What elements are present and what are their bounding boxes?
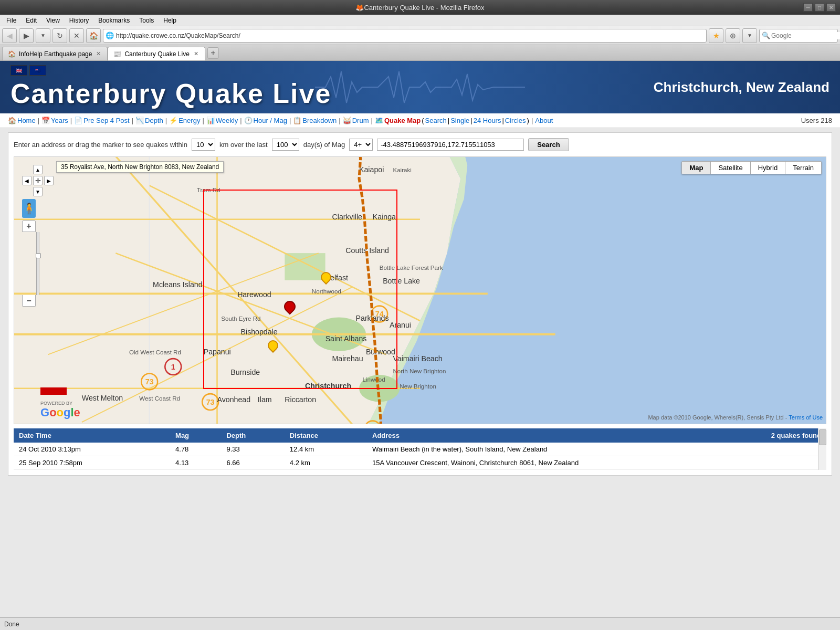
tab-infohelp[interactable]: 🏠 InfoHelp Earthquake page ✕	[2, 47, 108, 60]
svg-text:Ilam: Ilam	[258, 395, 272, 404]
pan-right-btn[interactable]: ▶	[44, 176, 54, 185]
menu-help[interactable]: Help	[159, 16, 181, 25]
nav-quakemap[interactable]: Quake Map	[384, 117, 421, 124]
svg-text:West Coast Rd: West Coast Rd	[139, 395, 180, 402]
results-count: 2 quakes found	[771, 432, 821, 439]
table-row[interactable]: 24 Oct 2010 3:13pm 4.78 9.33 12.4 km Wai…	[14, 443, 826, 456]
zoom-thumb[interactable]	[36, 253, 41, 258]
mag-dropdown[interactable]: 4+3+5+	[349, 139, 373, 151]
menu-edit[interactable]: Edit	[22, 16, 41, 25]
close-btn[interactable]: ✕	[826, 3, 836, 12]
maximize-btn[interactable]: □	[815, 3, 824, 12]
dropdown-button[interactable]: ▼	[36, 28, 50, 43]
browser-search-input[interactable]	[771, 32, 840, 39]
new-tab-button[interactable]: +	[207, 47, 219, 59]
nav-drum[interactable]: Drum	[352, 117, 369, 124]
tab-cql-close[interactable]: ✕	[193, 50, 200, 57]
seismograph-decoration	[315, 61, 525, 113]
map-container[interactable]: Map Satellite Hybrid Terrain	[14, 156, 826, 424]
svg-text:Tram Rd: Tram Rd	[197, 187, 220, 193]
home-button[interactable]: 🏠	[86, 28, 101, 43]
svg-text:1: 1	[171, 363, 175, 371]
svg-text:Aranui: Aranui	[390, 321, 411, 329]
search-controls: Enter an address or drag the marker to s…	[14, 138, 826, 151]
nav-presep[interactable]: Pre Sep 4 Post	[83, 117, 129, 124]
menu-history[interactable]: History	[65, 16, 93, 25]
km-unit-text: km over the last	[219, 141, 268, 149]
nav-about[interactable]: About	[535, 117, 553, 124]
tab-cql-label: Canterbury Quake Live	[124, 50, 189, 58]
users-count-display: Users 218	[801, 117, 832, 124]
pan-up-btn[interactable]: ▲	[33, 165, 43, 174]
minimize-btn[interactable]: ─	[803, 3, 813, 12]
status-bar: Done	[0, 617, 840, 630]
terms-of-use-link[interactable]: Terms of Use	[789, 414, 823, 421]
nav-presep-icon: 📄	[74, 117, 82, 124]
tabs-bar: 🏠 InfoHelp Earthquake page ✕ 📰 Canterbur…	[0, 45, 840, 61]
svg-text:Old West Coast Rd: Old West Coast Rd	[129, 349, 181, 355]
map-controls: ▲ ◀ ✛ ▶ ▼ 🧍 + −	[22, 165, 54, 307]
nav-24hours[interactable]: 24 Hours	[474, 117, 501, 124]
tab-infohelp-close[interactable]: ✕	[95, 50, 102, 57]
dropdown2-button[interactable]: ▼	[742, 28, 757, 43]
tab-cql[interactable]: 📰 Canterbury Quake Live ✕	[108, 47, 205, 60]
map-data-text: Map data ©2010 Google, Whereis(R), Sensi…	[648, 414, 783, 421]
col-datetime: Date Time	[14, 428, 170, 443]
nav-drum-icon: 🥁	[343, 117, 351, 124]
titlebar: 🦊 Canterbury Quake Live - Mozilla Firefo…	[0, 0, 840, 15]
map-btn-terrain[interactable]: Terrain	[785, 162, 821, 174]
menu-view[interactable]: View	[42, 16, 64, 25]
search-button[interactable]: Search	[528, 138, 569, 151]
km-dropdown[interactable]: 102050	[192, 139, 215, 151]
coord-input[interactable]	[377, 139, 524, 151]
nav-breakdown-icon: 📋	[293, 117, 301, 124]
nav-energy[interactable]: Energy	[178, 117, 200, 124]
main-area: Enter an address or drag the marker to s…	[8, 132, 832, 476]
row2-datetime: 25 Sep 2010 7:58pm	[14, 456, 170, 470]
svg-text:Bishopdale: Bishopdale	[241, 328, 278, 336]
map-pin-yellow-1[interactable]	[321, 272, 333, 291]
bookmark-star-button[interactable]: ★	[709, 28, 723, 43]
scrollbar-thumb[interactable]	[819, 429, 826, 445]
firefox-icon: 🦊	[355, 4, 364, 12]
nav-weekly[interactable]: Weekly	[216, 117, 238, 124]
nav-circles[interactable]: Circles	[505, 117, 526, 124]
browser-title: Canterbury Quake Live - Mozilla Firefox	[364, 4, 484, 12]
menu-file[interactable]: File	[2, 16, 20, 25]
zoom-slider[interactable]	[36, 232, 39, 295]
pan-left-btn[interactable]: ◀	[22, 176, 32, 185]
nav-years[interactable]: Years	[51, 117, 68, 124]
svg-text:Clarkville: Clarkville	[332, 213, 363, 221]
tab-infohelp-icon: 🏠	[8, 50, 16, 58]
reload-button[interactable]: ↻	[52, 28, 67, 43]
row1-address: Waimairi Beach (in the water), South Isl…	[367, 443, 826, 456]
address-input[interactable]	[116, 32, 704, 39]
zoom-in-btn[interactable]: +	[22, 220, 36, 232]
forward-button[interactable]: ▶	[19, 28, 34, 43]
stop-button[interactable]: ✕	[69, 28, 84, 43]
nav-hourmag[interactable]: Hour / Mag	[254, 117, 287, 124]
map-btn-map[interactable]: Map	[682, 162, 711, 174]
table-row[interactable]: 25 Sep 2010 7:58pm 4.13 6.66 4.2 km 15A …	[14, 456, 826, 470]
map-btn-satellite[interactable]: Satellite	[711, 162, 750, 174]
menu-tools[interactable]: Tools	[135, 16, 158, 25]
pan-down-btn[interactable]: ▼	[33, 187, 43, 196]
street-view-btn[interactable]: 🧍	[22, 199, 36, 218]
svg-text:Christchurch: Christchurch	[305, 382, 351, 390]
nav-home[interactable]: Home	[17, 117, 36, 124]
nav-breakdown[interactable]: Breakdown	[302, 117, 337, 124]
nav-search[interactable]: Search	[425, 117, 447, 124]
table-scrollbar[interactable]	[818, 428, 826, 470]
map-pin-yellow-2[interactable]	[268, 340, 280, 359]
back-button[interactable]: ◀	[2, 28, 17, 43]
days-dropdown[interactable]: 100307	[272, 139, 299, 151]
menu-bookmarks[interactable]: Bookmarks	[94, 16, 134, 25]
nav-single[interactable]: Single	[450, 117, 469, 124]
pan-center[interactable]: ✛	[33, 176, 43, 185]
zoom-out-btn[interactable]: −	[22, 295, 36, 307]
google-logo: POWERED BY Google	[40, 401, 80, 419]
nav-depth[interactable]: Depth	[145, 117, 163, 124]
map-btn-hybrid[interactable]: Hybrid	[751, 162, 786, 174]
bookmark-add-button[interactable]: ⊕	[726, 28, 740, 43]
map-pin-red-main[interactable]	[284, 301, 297, 320]
